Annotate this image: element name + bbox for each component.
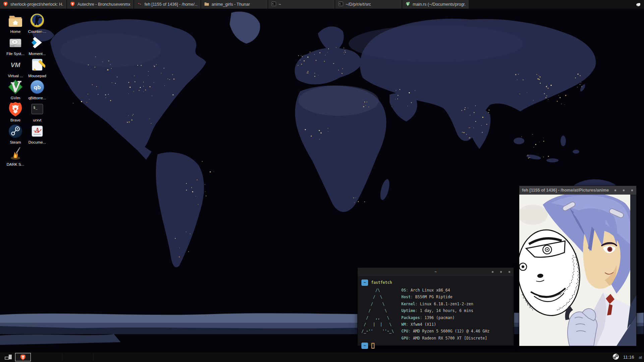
fetch-line: / ,, \Packages1396 (pacman) (361, 314, 510, 321)
user-label: at (639, 355, 642, 359)
taskbar-item-brave-active[interactable] (15, 353, 31, 361)
fetch-line: / \HostB550M PG Riptide (361, 294, 510, 300)
desktop-icon-gvim[interactable]: GVim (4, 79, 26, 100)
fetch-line: /\OSArch Linux x86_64 (361, 287, 510, 294)
window-button-label: anime_girls - Thunar (212, 2, 250, 7)
prompt-badge: ~ (361, 279, 368, 286)
fetch-line: / \KernelLinux 6.18.1-zen1-2-zen (361, 301, 510, 307)
desktop-icon-moment[interactable]: Moment... (26, 35, 48, 56)
desktop-icon-documents[interactable]: A Docume... (26, 123, 48, 144)
show-desktop-button[interactable] (5, 354, 13, 360)
terminal-window: ~ ~ fastfetch /\OSArch Linux x86_64 / \H… (357, 267, 514, 346)
window-button-thunar[interactable]: anime_girls - Thunar (201, 0, 268, 9)
vim-icon (7, 79, 23, 95)
window-button-label: ~/D/p/r/e/t/src (346, 2, 371, 7)
steam-tray-icon[interactable] (612, 353, 619, 361)
fetch-line: /_-'' ''-_\CPUAMD Ryzen 5 5600G (12) @ 4… (361, 328, 510, 334)
desktop-icon-label: Moment... (26, 52, 48, 56)
desktop-icon-dark-souls[interactable]: DARK S... (4, 145, 26, 166)
desktop-icon-label: Steam (4, 140, 26, 144)
terminal-titlebar[interactable]: ~ (358, 268, 514, 276)
desktop-icon-steam[interactable]: Steam (4, 123, 26, 144)
prompt-badge: ~ (361, 343, 368, 349)
terminal-icon: $_ (271, 1, 276, 8)
terminal-cursor (371, 343, 374, 349)
command-text: fastfetch (371, 279, 392, 286)
window-button-label: sherlock-project/sherlock: H... (10, 2, 63, 7)
brave-icon (20, 354, 26, 360)
qbittorrent-icon: qb (29, 79, 45, 95)
terminal-content: ~ fastfetch /\OSArch Linux x86_64 / \Hos… (358, 276, 514, 349)
desktop-icon-label: GVim (4, 96, 26, 100)
maximize-button[interactable] (623, 190, 625, 191)
bottom-panel: 11:16 at (0, 352, 644, 362)
fetch-line: / | | \WMXfwm4 (X11) (361, 321, 510, 328)
svg-text:$_: $_ (339, 2, 342, 5)
desktop-icon-counter-strike[interactable]: Counter-... (26, 12, 48, 34)
desktop-icon-label: urxvt (26, 118, 48, 122)
top-panel: sherlock-project/sherlock: H... Autechre… (0, 0, 644, 9)
clock[interactable]: 11:16 (623, 355, 634, 360)
feh-title: feh [1155 of 1436] - /home/at/Pictures/a… (522, 188, 612, 193)
window-button-label: Autechre - Bronchusevenmx... (77, 2, 130, 7)
desktop-icon-mousepad[interactable]: Mousepad (26, 57, 48, 78)
desktop-icon-label: Docume... (26, 140, 48, 144)
feh-titlebar[interactable]: feh [1155 of 1436] - /home/at/Pictures/a… (519, 186, 636, 195)
desktop-icon-label: Mousepad (26, 74, 48, 78)
close-button[interactable] (631, 190, 633, 191)
window-button-feh[interactable]: feh [1155 of 1436] - /home/... (134, 0, 200, 9)
brave-icon (70, 1, 75, 8)
anime-image (519, 195, 636, 346)
desktop-icon-virtual-machine[interactable]: VM Virtual ... (4, 57, 26, 78)
brave-icon (3, 1, 8, 8)
tray-icon[interactable] (635, 1, 641, 7)
svg-text:A: A (34, 126, 39, 134)
desktop-icon-label: File Syst... (4, 52, 26, 56)
vmware-icon: VM (7, 57, 23, 73)
desktop-icon-label: Counter-... (26, 30, 48, 34)
minimize-button[interactable] (614, 190, 616, 191)
desktop-icon-home[interactable]: Home (4, 12, 26, 34)
hard-drive-icon (7, 35, 23, 51)
desktop-icon-label: DARK S... (4, 162, 26, 166)
folder-icon (204, 1, 209, 8)
taskbar-divider (62, 353, 62, 361)
maximize-button[interactable] (500, 271, 502, 273)
terminal-icon: $_ (338, 1, 343, 8)
close-button[interactable] (509, 271, 510, 273)
desktop-icon-urxvt[interactable]: $_ urxvt (26, 101, 48, 122)
desktop-icon-label: qBittorre... (26, 96, 48, 100)
feh-icon (137, 1, 142, 8)
fetch-line: / \Uptime1 day, 14 hours, 6 mins (361, 307, 510, 314)
vim-icon (405, 1, 410, 8)
notepad-pencil-icon (29, 57, 45, 73)
window-button-terminal-src[interactable]: $_ ~/D/p/r/e/t/src (335, 0, 402, 9)
taskbar-divider (93, 353, 94, 361)
home-folder-icon (7, 12, 23, 29)
steam-icon (7, 123, 23, 139)
desktop-icon-filesystem[interactable]: File Syst... (4, 35, 26, 56)
document-template-icon: A (29, 123, 45, 139)
bonfire-icon (7, 145, 23, 161)
window-button-label: ~ (279, 2, 281, 7)
brave-icon (7, 101, 23, 117)
feh-window: feh [1155 of 1436] - /home/at/Pictures/a… (519, 186, 637, 346)
window-button-terminal-home[interactable]: $_ ~ (268, 0, 335, 9)
desktop-icon-label: Brave (4, 118, 26, 122)
desktop-icon-brave[interactable]: Brave (4, 101, 26, 122)
minimize-button[interactable] (492, 271, 493, 273)
fetch-line: GPUAMD Radeon RX 5700 XT [Discrete] (361, 335, 510, 342)
svg-text:$_: $_ (272, 2, 275, 5)
svg-text:VM: VM (11, 61, 21, 68)
window-button-autechre[interactable]: Autechre - Bronchusevenmx... (67, 0, 133, 9)
window-button-vim-mainrs[interactable]: main.rs (~/Documents/progr... (402, 0, 469, 9)
chevron-diamond-icon (29, 35, 45, 51)
window-button-sherlock[interactable]: sherlock-project/sherlock: H... (0, 0, 66, 9)
terminal-title: ~ (358, 270, 514, 274)
desktop-icon-qbittorrent[interactable]: qb qBittorre... (26, 79, 48, 100)
terminal-icon: $_ (29, 101, 45, 117)
desktop-icon-label: Virtual ... (4, 74, 26, 78)
svg-text:$_: $_ (33, 105, 38, 110)
counter-strike-icon (29, 12, 45, 29)
window-button-label: feh [1155 of 1436] - /home/... (144, 2, 197, 7)
